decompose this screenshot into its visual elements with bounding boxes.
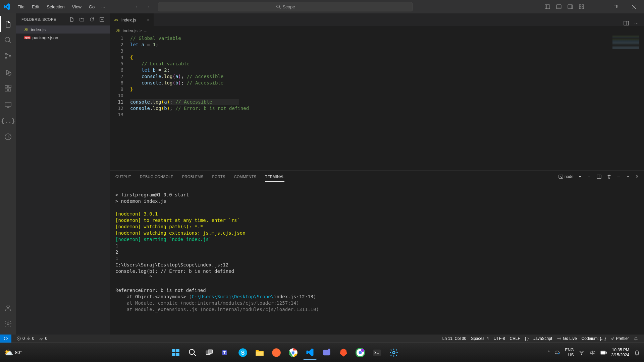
file-item[interactable]: JSindex.js — [16, 25, 110, 34]
tray-clock[interactable]: 10:35 PM 3/15/2024 — [611, 348, 629, 358]
panel-tab-ports[interactable]: PORTS — [212, 172, 225, 181]
layout-customize-icon[interactable] — [579, 4, 584, 9]
status-bracket[interactable]: { } — [523, 335, 531, 343]
menu-go[interactable]: Go — [86, 2, 98, 11]
status-prettier[interactable]: Prettier — [608, 335, 631, 343]
tray-language[interactable]: ENG US — [565, 348, 574, 358]
search-label: Scope — [283, 4, 295, 9]
menu-more-icon[interactable]: ··· — [98, 2, 108, 11]
chevron-down-icon[interactable] — [587, 175, 591, 178]
editor-content[interactable]: 12345678910111213 // Global variablelet … — [110, 35, 644, 170]
minimap[interactable] — [612, 36, 639, 49]
start-icon[interactable] — [169, 346, 183, 360]
teams-icon[interactable]: T — [219, 346, 233, 360]
terminal-taskbar-icon[interactable] — [370, 346, 384, 360]
tab-index-js[interactable]: JS index.js × — [110, 13, 154, 26]
command-center-search[interactable]: Scope — [158, 2, 413, 11]
status-problems[interactable]: 0 0 — [14, 335, 37, 343]
postman-icon[interactable] — [269, 346, 283, 360]
chrome-icon[interactable] — [286, 346, 300, 360]
activity-scm-icon[interactable] — [0, 48, 16, 64]
svg-point-18 — [5, 54, 7, 55]
remote-indicator-icon[interactable] — [0, 335, 11, 343]
svg-rect-50 — [176, 349, 179, 352]
panel-tab-terminal[interactable]: TERMINAL — [265, 172, 284, 182]
weather-temp: 80° — [15, 350, 22, 355]
trash-icon[interactable] — [607, 174, 611, 179]
nav-back-icon[interactable]: ← — [135, 4, 140, 9]
panel-tab-debug-console[interactable]: DEBUG CONSOLE — [140, 172, 173, 181]
file-item[interactable]: npmpackage.json — [16, 34, 110, 42]
layout-panel-icon[interactable] — [556, 4, 561, 9]
activity-search-icon[interactable] — [0, 32, 16, 48]
tray-chevron-icon[interactable]: ˄ — [548, 350, 550, 355]
breadcrumb-part: ... — [144, 28, 148, 33]
status-codeium[interactable]: Codeium: {...} — [579, 335, 608, 343]
brave-icon[interactable] — [336, 346, 351, 360]
taskbar-weather[interactable]: ⛅ 80° — [4, 348, 22, 357]
split-editor-icon[interactable] — [624, 20, 629, 26]
status-language[interactable]: JavaScript — [531, 335, 554, 343]
window-minimize-icon[interactable] — [590, 0, 605, 13]
panel-tab-comments[interactable]: COMMENTS — [234, 172, 257, 181]
panel-tab-output[interactable]: OUTPUT — [115, 172, 131, 181]
skype-icon[interactable]: S — [236, 346, 250, 360]
new-folder-icon[interactable] — [79, 17, 85, 22]
activity-extensions-icon[interactable] — [0, 80, 16, 97]
task-view-icon[interactable] — [202, 346, 216, 360]
status-eol[interactable]: CRLF — [507, 335, 523, 343]
volume-icon[interactable] — [589, 350, 595, 356]
menu-view[interactable]: View — [69, 2, 85, 11]
split-terminal-icon[interactable] — [597, 174, 601, 179]
settings-taskbar-icon[interactable] — [387, 346, 401, 360]
battery-icon[interactable] — [600, 350, 607, 355]
status-bell-icon[interactable] — [631, 335, 641, 343]
search-icon[interactable] — [185, 346, 200, 360]
explorer-icon[interactable] — [253, 346, 267, 360]
vscode-taskbar-icon[interactable] — [303, 346, 317, 360]
onedrive-icon[interactable] — [554, 350, 560, 356]
activity-account-icon[interactable] — [0, 300, 16, 316]
js-icon: JS — [116, 29, 121, 32]
terminal-output[interactable]: > firstprogram@1.0.0 start > nodemon ind… — [110, 183, 644, 335]
activity-remote-icon[interactable] — [0, 97, 16, 113]
activity-debug-icon[interactable] — [0, 64, 16, 80]
panel-more-icon[interactable]: ··· — [617, 174, 620, 179]
status-indent[interactable]: Spaces: 4 — [469, 335, 491, 343]
window-close-icon[interactable] — [626, 0, 641, 13]
status-cursor[interactable]: Ln 11, Col 30 — [440, 335, 469, 343]
vscode-logo-icon — [3, 3, 11, 11]
layout-sidebar-right-icon[interactable] — [568, 4, 573, 9]
menu-file[interactable]: File — [14, 2, 28, 11]
tab-close-icon[interactable]: × — [147, 17, 150, 22]
status-golive[interactable]: Go Live — [554, 335, 579, 343]
chevron-up-icon[interactable] — [626, 175, 630, 178]
window-maximize-icon[interactable] — [608, 0, 623, 13]
breadcrumbs[interactable]: JS index.js > ... — [110, 26, 644, 35]
menu-edit[interactable]: Edit — [29, 2, 43, 11]
activity-settings-icon[interactable] — [0, 316, 16, 332]
nav-forward-icon[interactable]: → — [145, 4, 150, 9]
collapse-icon[interactable] — [99, 17, 105, 22]
status-encoding[interactable]: UTF-8 — [491, 335, 507, 343]
code-text[interactable]: // Global variablelet a = 1; { // Local … — [130, 35, 249, 170]
tabs-bar: JS index.js × ··· — [110, 13, 644, 26]
notifications-icon[interactable] — [634, 350, 640, 356]
panel-close-icon[interactable]: × — [636, 174, 639, 180]
editor-more-icon[interactable]: ··· — [634, 20, 639, 26]
wifi-icon[interactable] — [579, 350, 585, 356]
panel-tab-problems[interactable]: PROBLEMS — [182, 172, 204, 181]
new-terminal-icon[interactable]: + — [579, 174, 581, 179]
teams-alt-icon[interactable] — [320, 346, 334, 360]
layout-sidebar-left-icon[interactable] — [545, 4, 550, 9]
chrome-dev-icon[interactable] — [353, 346, 367, 360]
activity-explorer-icon[interactable] — [0, 16, 16, 32]
activity-json-icon[interactable]: {..} — [0, 113, 16, 129]
menu-selection[interactable]: Selection — [43, 2, 68, 11]
svg-text:S: S — [241, 349, 245, 355]
terminal-selector[interactable]: node — [558, 174, 574, 179]
activity-timeline-icon[interactable] — [0, 129, 16, 145]
refresh-icon[interactable] — [89, 17, 95, 22]
new-file-icon[interactable] — [69, 17, 74, 22]
status-ports[interactable]: 0 — [37, 335, 50, 343]
